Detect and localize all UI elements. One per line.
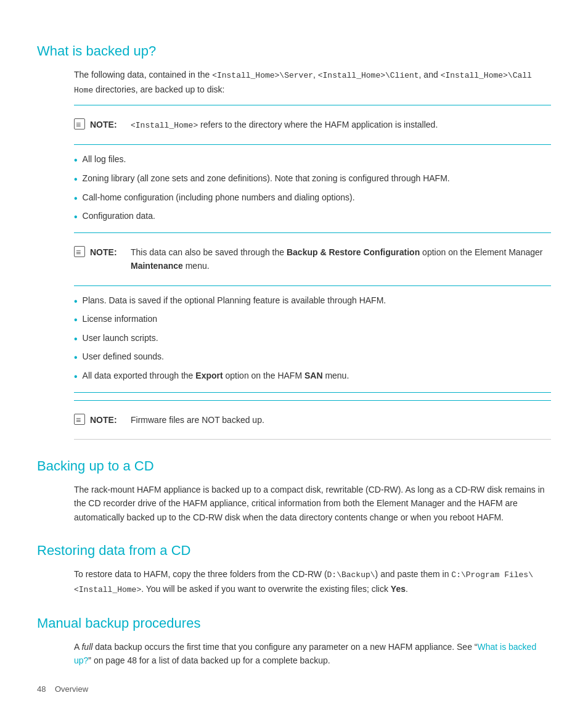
divider-5 — [74, 392, 551, 393]
section-title-what-backed-up: What is backed up? — [37, 43, 551, 59]
note-icon-2 — [74, 246, 85, 257]
divider-3 — [74, 232, 551, 233]
list-item: User launch scripts. — [74, 331, 551, 347]
note-3-text: Firmware files are NOT backed up. — [131, 413, 264, 427]
note-3-label: NOTE: — [90, 413, 127, 427]
note-box-3: NOTE: Firmware files are NOT backed up. — [74, 408, 551, 432]
list-item: User defined sounds. — [74, 350, 551, 366]
list-item: All data exported through the Export opt… — [74, 369, 551, 385]
note-1-code: <Install_Home> — [131, 121, 198, 130]
note-2-bold1: Backup & Restore Configuration — [287, 247, 420, 257]
export-bold: Export — [195, 371, 223, 380]
yes-bold: Yes — [391, 584, 406, 594]
list-item: Plans. Data is saved if the optional Pla… — [74, 293, 551, 310]
note-icon-1 — [74, 118, 85, 129]
list-item: Zoning library (all zone sets and zone d… — [74, 171, 551, 187]
divider-2 — [74, 144, 551, 145]
page-footer: 48 Overview — [37, 684, 88, 694]
manual-backup-paragraph: A full data backup occurs the first time… — [74, 640, 551, 668]
bullet-list-2: Plans. Data is saved if the optional Pla… — [74, 293, 551, 385]
intro-paragraph: The following data, contained in the <In… — [74, 68, 551, 97]
note-1-text: <Install_Home> refers to the directory w… — [131, 118, 438, 133]
section-restoring-cd-body: To restore data to HAFM, copy the three … — [74, 567, 551, 597]
section-title-manual-backup: Manual backup procedures — [37, 615, 551, 631]
list-item: Configuration data. — [74, 209, 551, 225]
note-1-label: NOTE: — [90, 118, 127, 131]
divider-6 — [74, 400, 551, 401]
section-title-backing-cd: Backing up to a CD — [37, 458, 551, 474]
section-manual-backup-body: A full data backup occurs the first time… — [74, 640, 551, 668]
divider-gray-1 — [74, 439, 551, 440]
footer-section: Overview — [55, 684, 88, 694]
code-install-client: <Install_Home>\Client — [318, 71, 419, 80]
divider-1 — [74, 105, 551, 105]
list-item: Call-home configuration (including phone… — [74, 191, 551, 207]
bullet-list-1: All log files. Zoning library (all zone … — [74, 152, 551, 224]
list-item: License information — [74, 312, 551, 328]
section-what-backed-up-body: The following data, contained in the <In… — [74, 68, 551, 440]
note-2-text: This data can also be saved through the … — [131, 245, 551, 273]
code-install-server: <Install_Home>\Server — [212, 71, 313, 80]
note-2-bold2: Maintenance — [131, 261, 183, 271]
code-d-backup: D:\Backup\ — [327, 570, 375, 580]
san-bold: SAN — [304, 371, 323, 380]
note-box-2: NOTE: This data can also be saved throug… — [74, 240, 551, 278]
note-icon-3 — [74, 414, 85, 425]
restoring-cd-paragraph: To restore data to HAFM, copy the three … — [74, 567, 551, 597]
page-number: 48 — [37, 684, 46, 694]
section-backing-cd-body: The rack-mount HAFM appliance is backed … — [74, 483, 551, 524]
backing-cd-paragraph: The rack-mount HAFM appliance is backed … — [74, 483, 551, 524]
list-item: All log files. — [74, 152, 551, 168]
divider-4 — [74, 285, 551, 286]
note-box-1: NOTE: <Install_Home> refers to the direc… — [74, 113, 551, 138]
note-2-label: NOTE: — [90, 245, 127, 259]
full-italic: full — [81, 642, 92, 652]
section-title-restoring-cd: Restoring data from a CD — [37, 543, 551, 559]
